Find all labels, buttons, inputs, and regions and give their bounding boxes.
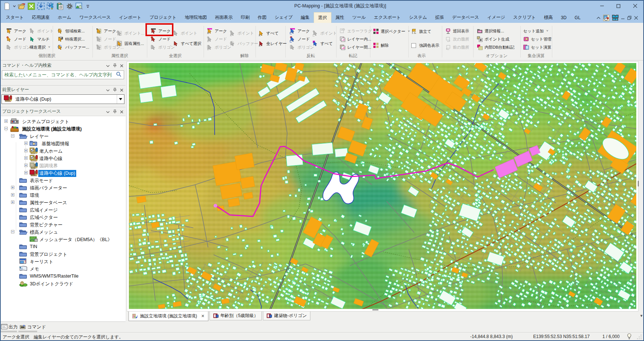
tree-collapse-icon[interactable]: [4, 127, 8, 130]
tree-item-環境[interactable]: 環境: [0, 191, 126, 199]
menu-tab-ツール[interactable]: ツール: [348, 12, 370, 23]
tree-expand-icon[interactable]: [11, 201, 14, 204]
menu-tab-画面表示[interactable]: 画面表示: [211, 12, 237, 23]
ribbon-button-ノード[interactable]: ノード: [289, 35, 311, 43]
window-maximize-button[interactable]: [610, 0, 627, 12]
close-icon[interactable]: [120, 62, 123, 69]
tree-collapse-icon[interactable]: [11, 230, 14, 233]
tree-item-表示モード[interactable]: 表示モード: [0, 177, 126, 184]
vertical-scroll-indicator[interactable]: [638, 181, 639, 187]
dock-tab-出力[interactable]: 出力: [1, 324, 18, 330]
ribbon-button-すべて[interactable]: すべて: [258, 29, 279, 37]
import-edit-icon[interactable]: [46, 2, 54, 10]
ribbon-button-選択ベクター[interactable]: 選択ベクター˅: [372, 27, 411, 35]
doc-3d-icon[interactable]: [612, 15, 619, 21]
tree-item-レイヤー[interactable]: レイヤー: [0, 132, 126, 140]
ribbon-button-マルチ[interactable]: マルチ: [29, 35, 50, 43]
menu-tab-3D[interactable]: 3D: [557, 12, 570, 23]
window-close-button[interactable]: [627, 0, 643, 12]
collapse-ribbon-icon[interactable]: [597, 17, 601, 19]
import-icon[interactable]: [37, 2, 45, 10]
mdi-restore-icon[interactable]: [627, 16, 631, 20]
ribbon-button-全レイヤー[interactable]: 全レイヤー: [258, 39, 288, 48]
menu-tab-ホーム[interactable]: ホーム: [54, 12, 75, 23]
ribbon-button-バッファー[interactable]: バッファー...: [57, 43, 90, 51]
ribbon-button-アーク[interactable]: アーク: [206, 27, 228, 35]
menu-tab-作図[interactable]: 作図: [254, 12, 271, 23]
ribbon-button-セット管理[interactable]: セット管理: [522, 35, 552, 43]
tree-item-老人ホーム[interactable]: 老人ホーム: [0, 147, 126, 154]
close-icon[interactable]: [120, 108, 123, 115]
tree-item-属性データベース[interactable]: 属性データベース: [0, 199, 126, 206]
ribbon-button-解除[interactable]: 解除: [372, 41, 390, 49]
tree-expand-icon[interactable]: [24, 164, 28, 167]
menu-tab-印刷[interactable]: 印刷: [237, 12, 254, 23]
tree-expand-icon[interactable]: [11, 186, 14, 189]
lightbulb-icon[interactable]: [627, 333, 632, 341]
tree-item-TIN[interactable]: TIN: [0, 243, 126, 250]
map-canvas[interactable]: [129, 63, 636, 309]
ribbon-button-構造選択[interactable]: 構造選択˅: [29, 43, 51, 51]
menu-tab-イメージ[interactable]: イメージ: [483, 12, 509, 23]
tree-item-メッシュデータ（DEM5A）《BL》[interactable]: メッシュデータ（DEM5A）《BL》: [0, 236, 126, 243]
combobox-dropdown-button[interactable]: [117, 95, 124, 104]
pin-icon[interactable]: [113, 62, 117, 69]
search-input[interactable]: 検索したいメニュー、コマンド名、ヘルプ内文字列: [2, 70, 124, 79]
tree-item-メモ[interactable]: メモ: [0, 265, 126, 272]
dock-tab-コマンド[interactable]: コマンド: [20, 324, 46, 330]
tree-item-システムプロジェクト[interactable]: システムプロジェクト: [0, 118, 126, 125]
tree-item-キーリスト[interactable]: !キーリスト: [0, 258, 126, 265]
ribbon-button-ポイント生成[interactable]: ポイント生成: [476, 35, 510, 43]
menu-tab-プロジェクト[interactable]: プロジェクト: [145, 12, 181, 23]
tree-item-基盤地図情報[interactable]: 基盤地図情報: [0, 140, 126, 147]
ribbon-button-領域検索[interactable]: 領域検索...: [57, 27, 85, 35]
search-icon[interactable]: [116, 72, 122, 79]
ribbon-button-旗立て[interactable]: 旗立て: [411, 27, 432, 35]
tree-item-背景プロジェクト[interactable]: 背景プロジェクト: [0, 250, 126, 258]
chevron-down-icon[interactable]: [106, 87, 110, 93]
ribbon-button-アーク[interactable]: アーク: [289, 27, 311, 35]
tree-item-標高メッシュ[interactable]: 標高メッシュ: [0, 228, 126, 236]
ribbon-button-すべて選択[interactable]: すべて選択: [172, 39, 202, 48]
ribbon-button-ノード[interactable]: ノード: [150, 35, 172, 43]
menu-tab-選択[interactable]: 選択: [314, 12, 331, 23]
ribbon-button-セット演算[interactable]: セット演算: [522, 43, 552, 51]
menu-tab-ワークスペース[interactable]: ワークスペース: [75, 12, 115, 23]
qat-more-icon[interactable]: [86, 2, 89, 10]
tree-item-道路中心線 (Dup)[interactable]: 道路中心線 (Dup): [0, 169, 126, 177]
menu-tab-シェイプ[interactable]: シェイプ: [271, 12, 297, 23]
tree-item-施設立地環境 (施設立地環境)[interactable]: 施設立地環境 (施設立地環境): [0, 125, 126, 132]
horizontal-scroll-indicator[interactable]: [372, 309, 379, 310]
ribbon-button-強調色表示[interactable]: 強調色表示: [411, 41, 440, 49]
ribbon-button-セット追加[interactable]: セット追加˅: [522, 27, 549, 35]
tree-collapse-icon[interactable]: [11, 134, 14, 138]
excel-x-icon[interactable]: [27, 2, 35, 10]
ribbon-button-アーク[interactable]: アーク: [6, 27, 27, 35]
tree-item-WMS/WMTS/RasterTile[interactable]: WMS/WMTS/RasterTile: [0, 272, 126, 280]
ribbon-button-ノード[interactable]: ノード: [6, 35, 27, 43]
ribbon-button-巡回表示[interactable]: 巡回表示: [444, 27, 470, 35]
menu-tab-地理院地図[interactable]: 地理院地図: [181, 12, 211, 23]
tree-item-広域ベクター[interactable]: 広域ベクター: [0, 213, 126, 221]
menu-tab-スタート[interactable]: スタート: [2, 12, 28, 23]
chevron-down-icon[interactable]: [106, 62, 110, 69]
document-tab-施設立地環境 (施設立地環境)[interactable]: 施設立地環境 (施設立地環境)✕: [129, 312, 208, 321]
new-file-icon[interactable]: [3, 2, 11, 10]
ribbon-button-レイヤー間[interactable]: レイヤー間...: [339, 43, 372, 51]
pin-icon[interactable]: [113, 108, 117, 115]
menu-tab-標高[interactable]: 標高: [540, 12, 557, 23]
menu-tab-データベース[interactable]: データベース: [448, 12, 483, 23]
document-tab-年齢別（5歳階級）[interactable]: 年齢別（5歳階級）: [210, 312, 262, 320]
tree-item-3Dポイントクラウド[interactable]: 3Dポイントクラウド: [0, 280, 126, 287]
menu-tab-スクリプト[interactable]: スクリプト: [509, 12, 540, 23]
menu-tab-エクスポート[interactable]: エクスポート: [370, 12, 405, 23]
gear-icon[interactable]: [66, 2, 74, 10]
mdi-minimize-icon[interactable]: [621, 16, 625, 20]
open-folder-icon[interactable]: [18, 2, 26, 10]
foreground-layer-combobox[interactable]: 道路中心線 (Dup): [1, 94, 124, 104]
ribbon-button-すべて[interactable]: すべて: [312, 39, 334, 48]
paste-icon[interactable]: [56, 2, 64, 10]
tree-item-国調境界[interactable]: 国調境界: [0, 162, 126, 169]
tree-expand-icon[interactable]: [24, 142, 28, 145]
menu-tab-インポート[interactable]: インポート: [115, 12, 145, 23]
